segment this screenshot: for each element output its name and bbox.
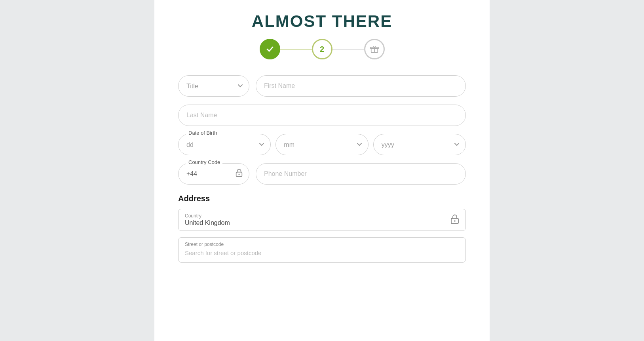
street-postcode-wrapper: Street or postcode — [178, 237, 466, 263]
title-wrapper: Title Mr Mrs Miss Ms Dr — [178, 75, 249, 97]
svg-point-5 — [454, 220, 456, 222]
address-title: Address — [178, 194, 466, 203]
dob-mm-select[interactable]: mm — [275, 134, 368, 155]
firstname-wrapper — [256, 75, 466, 97]
step-line-1 — [280, 49, 312, 50]
sidebar-right — [490, 0, 644, 341]
lastname-row — [178, 105, 466, 126]
firstname-input[interactable] — [256, 75, 466, 97]
dob-row: dd mm yyyy — [178, 134, 466, 155]
title-firstname-row: Title Mr Mrs Miss Ms Dr — [178, 75, 466, 97]
main-content: ALMOST THERE 2 — [154, 0, 490, 341]
lock-icon-country — [450, 214, 459, 226]
country-field-label: Country — [185, 213, 446, 219]
street-postcode-input[interactable] — [185, 250, 459, 256]
lastname-input[interactable] — [178, 105, 466, 126]
phone-number-wrapper — [256, 163, 466, 185]
gift-icon — [370, 45, 379, 53]
country-code-label: Country Code — [186, 159, 222, 165]
sidebar-left — [0, 0, 154, 341]
dob-group: Date of Birth dd mm yyyy — [178, 134, 466, 155]
svg-point-3 — [239, 174, 240, 175]
progress-steps: 2 — [178, 39, 466, 59]
country-field-wrapper: Country United Kingdom — [178, 209, 466, 231]
phone-number-input[interactable] — [256, 163, 466, 185]
step-line-2 — [332, 49, 364, 50]
dob-yyyy-select[interactable]: yyyy — [373, 134, 466, 155]
step-2-label: 2 — [320, 45, 324, 54]
lock-icon-phone — [235, 169, 243, 179]
address-section: Address Country United Kingdom Street or… — [178, 194, 466, 263]
step-2-circle: 2 — [312, 39, 332, 59]
step-3-circle — [364, 39, 385, 59]
step-1-circle — [260, 39, 280, 59]
title-select[interactable]: Title Mr Mrs Miss Ms Dr — [178, 75, 249, 97]
page-wrapper: ALMOST THERE 2 — [0, 0, 644, 341]
country-code-wrapper: Country Code — [178, 163, 249, 185]
dob-dd-select[interactable]: dd — [178, 134, 271, 155]
checkmark-icon — [266, 45, 274, 53]
page-title: ALMOST THERE — [178, 12, 466, 31]
country-value: United Kingdom — [185, 219, 446, 227]
street-label: Street or postcode — [185, 242, 459, 247]
phone-group: Country Code — [178, 163, 466, 185]
dob-label: Date of Birth — [186, 130, 219, 136]
